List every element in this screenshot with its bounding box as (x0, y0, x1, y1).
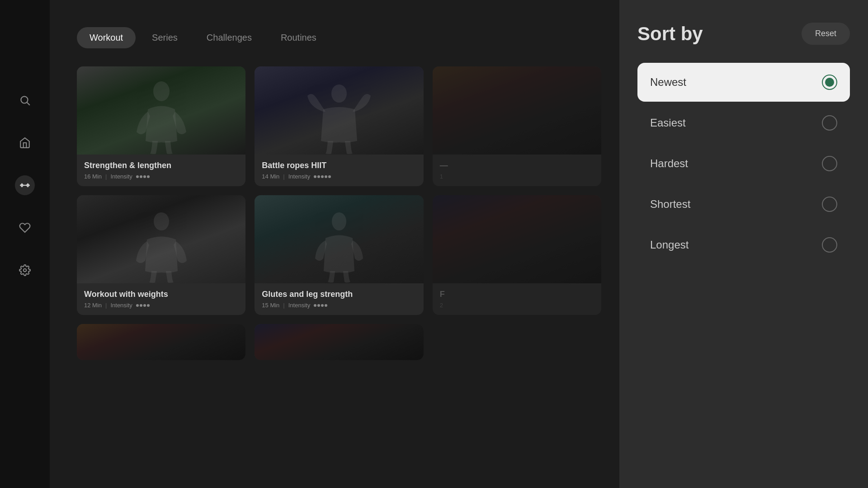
card-image-weights (77, 195, 245, 283)
tab-workout[interactable]: Workout (77, 27, 136, 48)
card-meta-weights: 12 Min | Intensity (84, 302, 238, 309)
card-meta-battle: 14 Min | Intensity (262, 173, 416, 180)
radio-newest (822, 75, 837, 90)
workout-icon[interactable] (15, 175, 35, 195)
svg-point-12 (154, 212, 169, 230)
workout-card-row3-2[interactable] (255, 324, 423, 360)
tab-bar: Workout Series Challenges Routines (77, 27, 601, 48)
card-title-strengthen: Strengthen & lengthen (84, 161, 238, 170)
card-intensity-label-glutes: Intensity (288, 302, 310, 309)
tab-challenges[interactable]: Challenges (194, 27, 264, 48)
card-image-row3-2 (255, 324, 423, 360)
svg-point-11 (331, 84, 347, 103)
card-duration-weights: 12 Min (84, 302, 102, 309)
card-title-partial-2: F (440, 290, 594, 299)
svg-point-10 (153, 81, 170, 101)
card-image-partial-1 (433, 66, 601, 155)
intensity-dots-battle (314, 175, 331, 178)
card-title-battle: Battle ropes HIIT (262, 161, 416, 170)
intensity-dots-weights (136, 304, 150, 307)
radio-easiest (822, 115, 837, 131)
sort-option-shortest[interactable]: Shortest (637, 185, 850, 224)
sort-header: Sort by Reset (637, 23, 850, 45)
card-title-glutes: Glutes and leg strength (262, 290, 416, 299)
card-info-partial-1: — 1 (433, 155, 601, 186)
sidebar (0, 0, 50, 488)
workout-card-battle[interactable]: Battle ropes HIIT 14 Min | Intensity (255, 66, 423, 186)
sort-option-longest[interactable]: Longest (637, 225, 850, 264)
card-duration-strengthen: 16 Min (84, 173, 102, 180)
settings-icon[interactable] (15, 260, 35, 280)
sort-option-easiest[interactable]: Easiest (637, 103, 850, 142)
radio-longest (822, 237, 837, 253)
card-duration-glutes: 15 Min (262, 302, 279, 309)
workout-card-weights[interactable]: Workout with weights 12 Min | Intensity (77, 195, 245, 315)
card-title-partial-1: — (440, 161, 594, 170)
sort-panel: Sort by Reset Newest Easiest Hardest Sho… (619, 0, 868, 488)
card-meta-glutes: 15 Min | Intensity (262, 302, 416, 309)
card-duration-battle: 14 Min (262, 173, 279, 180)
svg-point-0 (21, 96, 28, 103)
workout-card-glutes[interactable]: Glutes and leg strength 15 Min | Intensi… (255, 195, 423, 315)
sort-option-newest[interactable]: Newest (637, 63, 850, 102)
radio-inner-newest (825, 78, 834, 87)
reset-button[interactable]: Reset (802, 23, 850, 45)
sort-title: Sort by (637, 23, 703, 45)
svg-point-9 (24, 269, 27, 272)
sort-option-label-newest: Newest (650, 76, 686, 89)
card-info-battle: Battle ropes HIIT 14 Min | Intensity (255, 155, 423, 186)
workout-card-partial-2[interactable]: F 2 (433, 195, 601, 315)
main-content: Workout Series Challenges Routines Stren… (50, 0, 619, 488)
card-image-row3-1 (77, 324, 245, 360)
card-info-strengthen: Strengthen & lengthen 16 Min | Intensity (77, 155, 245, 186)
workout-card-row3-1[interactable] (77, 324, 245, 360)
card-info-glutes: Glutes and leg strength 15 Min | Intensi… (255, 283, 423, 315)
card-image-glutes (255, 195, 423, 283)
card-image-partial-2 (433, 195, 601, 283)
radio-hardest (822, 156, 837, 171)
sort-option-label-hardest: Hardest (650, 157, 688, 170)
workout-grid: Strengthen & lengthen 16 Min | Intensity (77, 66, 601, 360)
sort-option-label-longest: Longest (650, 239, 689, 251)
svg-line-1 (27, 103, 30, 105)
card-image-strengthen (77, 66, 245, 155)
home-icon[interactable] (15, 133, 35, 153)
workout-card-strengthen[interactable]: Strengthen & lengthen 16 Min | Intensity (77, 66, 245, 186)
card-title-weights: Workout with weights (84, 290, 238, 299)
search-icon[interactable] (15, 90, 35, 110)
workout-card-partial-1[interactable]: — 1 (433, 66, 601, 186)
card-info-partial-2: F 2 (433, 283, 601, 315)
svg-point-13 (332, 212, 346, 230)
card-image-battle (255, 66, 423, 155)
intensity-dots-glutes (314, 304, 327, 307)
sort-options: Newest Easiest Hardest Shortest Longest (637, 63, 850, 264)
intensity-dots-strengthen (136, 175, 150, 178)
card-intensity-label-battle: Intensity (288, 173, 310, 180)
tab-series[interactable]: Series (139, 27, 190, 48)
tab-routines[interactable]: Routines (268, 27, 329, 48)
sort-option-label-shortest: Shortest (650, 198, 690, 211)
radio-shortest (822, 197, 837, 212)
sort-option-hardest[interactable]: Hardest (637, 144, 850, 183)
card-info-weights: Workout with weights 12 Min | Intensity (77, 283, 245, 315)
sort-option-label-easiest: Easiest (650, 117, 686, 129)
card-meta-strengthen: 16 Min | Intensity (84, 173, 238, 180)
card-intensity-label-weights: Intensity (110, 302, 132, 309)
card-intensity-label-strengthen: Intensity (110, 173, 132, 180)
favorites-icon[interactable] (15, 218, 35, 238)
